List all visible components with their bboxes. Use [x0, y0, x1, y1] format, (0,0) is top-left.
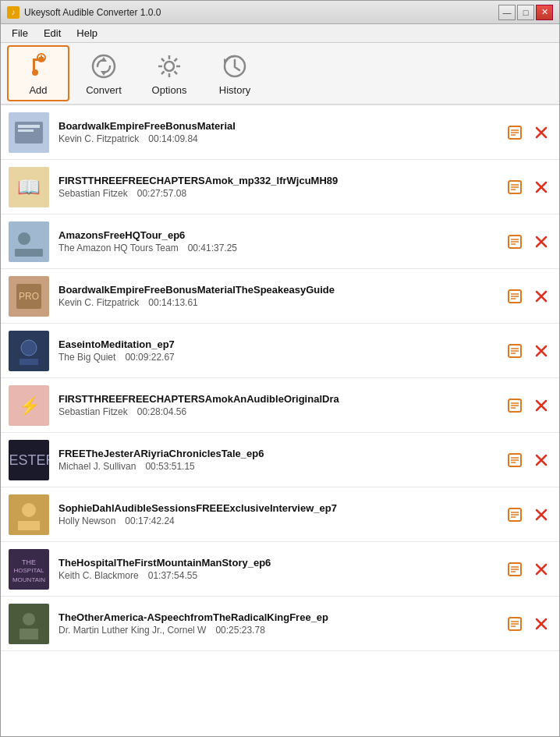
book-title-9: TheHospitalTheFirstMountainManStory_ep6: [58, 557, 498, 569]
book-meta-4: Kevin C. Fitzpatrick 00:14:13.61: [58, 297, 498, 308]
list-item: BoardwalkEmpireFreeBonusMaterial Kevin C…: [1, 105, 559, 160]
minimize-button[interactable]: —: [498, 5, 516, 20]
delete-button-8[interactable]: [531, 505, 551, 525]
book-cover-3: [9, 221, 49, 262]
book-info-4: BoardwalkEmpireFreeBonusMaterialTheSpeak…: [58, 284, 498, 308]
svg-text:📖: 📖: [17, 175, 41, 198]
svg-rect-23: [18, 129, 34, 132]
book-title-7: FREETheJesterARiyriaChroniclesTale_ep6: [58, 448, 498, 459]
menu-edit[interactable]: Edit: [36, 25, 69, 41]
menu-bar: File Edit Help: [1, 24, 559, 43]
delete-button-5[interactable]: [531, 341, 551, 361]
svg-rect-102: [19, 629, 38, 640]
book-actions-9: [505, 559, 551, 579]
history-icon: [220, 51, 250, 81]
list-item: AmazonsFreeHQTour_ep6 The Amazon HQ Tour…: [1, 214, 559, 269]
book-title-5: EaseintoMeditation_ep7: [58, 338, 498, 350]
book-author-10: Dr. Martin Luther King Jr., Cornel W: [58, 625, 206, 636]
edit-button-10[interactable]: [505, 614, 525, 634]
svg-point-39: [18, 232, 30, 245]
edit-button-4[interactable]: [505, 286, 525, 306]
edit-button-7[interactable]: [505, 450, 525, 470]
book-title-4: BoardwalkEmpireFreeBonusMaterialTheSpeak…: [58, 284, 498, 296]
book-list: BoardwalkEmpireFreeBonusMaterial Kevin C…: [1, 105, 559, 736]
book-cover-6: ⚡: [9, 385, 49, 426]
book-info-9: TheHospitalTheFirstMountainManStory_ep6 …: [58, 557, 498, 581]
svg-line-15: [175, 71, 178, 74]
options-icon: [154, 51, 184, 81]
title-bar: ♪ Ukeysoft Audible Converter 1.0.0 — □ ✕: [1, 1, 559, 24]
delete-button-7[interactable]: [531, 450, 551, 470]
book-meta-7: Michael J. Sullivan 00:53:51.15: [58, 461, 498, 472]
book-duration-4: 00:14:13.61: [148, 297, 197, 308]
maximize-button[interactable]: □: [517, 5, 534, 20]
convert-label: Convert: [86, 84, 122, 96]
list-item: SophieDahlAudibleSessionsFREEExclusiveIn…: [1, 487, 559, 542]
window-controls: — □ ✕: [498, 5, 553, 20]
options-button[interactable]: Options: [138, 45, 200, 101]
delete-button-1[interactable]: [531, 122, 551, 143]
edit-button-2[interactable]: [505, 177, 525, 197]
book-actions-4: [505, 286, 551, 306]
menu-help[interactable]: Help: [69, 25, 105, 41]
close-button[interactable]: ✕: [536, 5, 553, 20]
delete-button-9[interactable]: [531, 559, 551, 579]
book-actions-6: [505, 395, 551, 416]
delete-button-3[interactable]: [531, 232, 551, 252]
toolbar: Add Convert: [1, 43, 559, 105]
list-item: THEHOSPITALMOUNTAIN TheHospitalTheFirstM…: [1, 542, 559, 597]
menu-file[interactable]: File: [4, 25, 36, 41]
svg-point-101: [23, 613, 35, 625]
options-label: Options: [152, 84, 187, 96]
book-author-9: Keith C. Blackmore: [58, 570, 139, 581]
book-meta-9: Keith C. Blackmore 01:37:54.55: [58, 570, 498, 581]
book-actions-1: [505, 122, 551, 143]
book-meta-10: Dr. Martin Luther King Jr., Cornel W 00:…: [58, 625, 498, 636]
book-cover-8: [9, 494, 49, 535]
book-cover-5: [9, 331, 49, 371]
book-author-8: Holly Newson: [58, 516, 115, 526]
book-actions-5: [505, 341, 551, 361]
list-item: ⚡ FIRSTTHREEFREECHAPTERSAmokAnAudibleOri…: [1, 378, 559, 433]
book-title-6: FIRSTTHREEFREECHAPTERSAmokAnAudibleOrigi…: [58, 393, 498, 405]
book-author-5: The Big Quiet: [58, 352, 115, 363]
book-cover-9: THEHOSPITALMOUNTAIN: [9, 549, 49, 590]
list-item: PRO BoardwalkEmpireFreeBonusMaterialTheS…: [1, 269, 559, 324]
svg-point-9: [165, 62, 174, 71]
edit-button-3[interactable]: [505, 232, 525, 252]
book-author-1: Kevin C. Fitzpatrick: [58, 133, 139, 144]
list-item: 📖 FIRSTTHREEFREECHAPTERSAmok_mp332_lfrWj…: [1, 160, 559, 214]
book-meta-3: The Amazon HQ Tours Team 00:41:37.25: [58, 243, 498, 253]
book-actions-7: [505, 450, 551, 470]
svg-text:PRO: PRO: [19, 291, 39, 302]
svg-marker-8: [101, 71, 107, 76]
history-button[interactable]: History: [204, 45, 266, 101]
book-info-1: BoardwalkEmpireFreeBonusMaterial Kevin C…: [58, 120, 498, 144]
svg-text:THE: THE: [22, 558, 36, 566]
edit-button-8[interactable]: [505, 505, 525, 525]
svg-text:MOUNTAIN: MOUNTAIN: [12, 576, 45, 583]
delete-button-6[interactable]: [531, 395, 551, 416]
book-author-2: Sebastian Fitzek: [58, 188, 128, 199]
edit-button-1[interactable]: [505, 122, 525, 143]
book-info-3: AmazonsFreeHQTour_ep6 The Amazon HQ Tour…: [58, 229, 498, 253]
edit-button-5[interactable]: [505, 341, 525, 361]
add-button[interactable]: Add: [7, 45, 69, 101]
book-info-2: FIRSTTHREEFREECHAPTERSAmok_mp332_lfrWjcu…: [58, 175, 498, 199]
book-title-10: TheOtherAmerica-ASpeechfromTheRadicalKin…: [58, 611, 498, 623]
convert-button[interactable]: Convert: [73, 45, 135, 101]
svg-rect-40: [15, 249, 43, 257]
window-title: Ukeysoft Audible Converter 1.0.0: [24, 7, 498, 18]
edit-button-6[interactable]: [505, 395, 525, 416]
book-author-6: Sebastian Fitzek: [58, 406, 128, 417]
book-meta-1: Kevin C. Fitzpatrick 00:14:09.84: [58, 133, 498, 144]
delete-button-4[interactable]: [531, 286, 551, 306]
svg-rect-1: [33, 58, 35, 73]
edit-button-9[interactable]: [505, 559, 525, 579]
delete-button-2[interactable]: [531, 177, 551, 197]
book-info-7: FREETheJesterARiyriaChroniclesTale_ep6 M…: [58, 448, 498, 472]
delete-button-10[interactable]: [531, 614, 551, 634]
book-duration-7: 00:53:51.15: [145, 461, 194, 472]
book-info-6: FIRSTTHREEFREECHAPTERSAmokAnAudibleOrigi…: [58, 393, 498, 417]
book-actions-8: [505, 505, 551, 525]
